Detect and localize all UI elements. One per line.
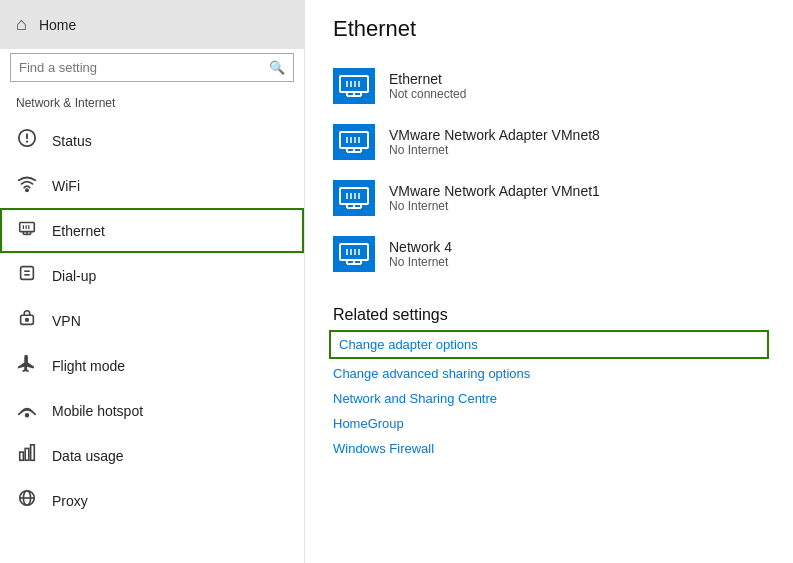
proxy-icon — [16, 488, 38, 513]
flight-icon — [16, 353, 38, 378]
change-adapter-options-link[interactable]: Change adapter options — [333, 334, 765, 355]
related-settings-title: Related settings — [333, 306, 765, 324]
adapter-status-vmnet8: No Internet — [389, 143, 600, 157]
adapter-icon-vmnet1 — [333, 180, 375, 216]
network-sharing-centre-link[interactable]: Network and Sharing Centre — [333, 388, 765, 409]
adapter-icon-vmnet8 — [333, 124, 375, 160]
sidebar-item-flight-label: Flight mode — [52, 358, 125, 374]
svg-rect-20 — [31, 445, 35, 460]
adapter-item-ethernet[interactable]: Ethernet Not connected — [333, 58, 765, 114]
data-icon — [16, 443, 38, 468]
svg-point-2 — [26, 141, 28, 143]
sidebar-item-hotspot-label: Mobile hotspot — [52, 403, 143, 419]
sidebar-item-wifi-label: WiFi — [52, 178, 80, 194]
adapter-status-vmnet1: No Internet — [389, 199, 600, 213]
sidebar-item-vpn[interactable]: VPN — [0, 298, 304, 343]
adapter-item-vmnet8[interactable]: VMware Network Adapter VMnet8 No Interne… — [333, 114, 765, 170]
sidebar-item-wifi[interactable]: WiFi — [0, 163, 304, 208]
adapter-name-network4: Network 4 — [389, 239, 452, 255]
svg-point-3 — [26, 189, 28, 191]
status-icon — [16, 128, 38, 153]
adapter-info-vmnet1: VMware Network Adapter VMnet1 No Interne… — [389, 183, 600, 213]
sidebar-item-proxy-label: Proxy — [52, 493, 88, 509]
svg-rect-51 — [340, 244, 368, 260]
page-title: Ethernet — [333, 16, 765, 42]
sidebar-item-status[interactable]: Status — [0, 118, 304, 163]
sidebar-item-flight[interactable]: Flight mode — [0, 343, 304, 388]
adapter-list: Ethernet Not connected — [333, 58, 765, 282]
search-icon: 🔍 — [269, 60, 285, 75]
sidebar-item-ethernet-label: Ethernet — [52, 223, 105, 239]
sidebar-item-status-label: Status — [52, 133, 92, 149]
home-icon: ⌂ — [16, 14, 27, 35]
svg-rect-33 — [340, 132, 368, 148]
adapter-info-ethernet: Ethernet Not connected — [389, 71, 466, 101]
svg-rect-42 — [340, 188, 368, 204]
sidebar: ⌂ Home 🔍 Network & Internet Status WiFi — [0, 0, 305, 563]
adapter-icon-ethernet — [333, 68, 375, 104]
svg-rect-19 — [25, 448, 29, 460]
adapter-name-vmnet8: VMware Network Adapter VMnet8 — [389, 127, 600, 143]
sidebar-item-dialup[interactable]: Dial-up — [0, 253, 304, 298]
svg-rect-24 — [340, 76, 368, 92]
dialup-icon — [16, 263, 38, 288]
vpn-icon — [16, 308, 38, 333]
adapter-name: Ethernet — [389, 71, 466, 87]
section-title: Network & Internet — [0, 92, 304, 118]
svg-rect-12 — [21, 267, 34, 280]
sidebar-item-data[interactable]: Data usage — [0, 433, 304, 478]
related-links: Change adapter options Change advanced s… — [333, 334, 765, 459]
sidebar-item-hotspot[interactable]: Mobile hotspot — [0, 388, 304, 433]
sidebar-item-dialup-label: Dial-up — [52, 268, 96, 284]
ethernet-icon — [16, 218, 38, 243]
change-advanced-sharing-link[interactable]: Change advanced sharing options — [333, 363, 765, 384]
adapter-item-vmnet1[interactable]: VMware Network Adapter VMnet1 No Interne… — [333, 170, 765, 226]
homegroup-link[interactable]: HomeGroup — [333, 413, 765, 434]
adapter-name-vmnet1: VMware Network Adapter VMnet1 — [389, 183, 600, 199]
wifi-icon — [16, 173, 38, 198]
adapter-info-network4: Network 4 No Internet — [389, 239, 452, 269]
adapter-status: Not connected — [389, 87, 466, 101]
home-item[interactable]: ⌂ Home — [0, 0, 304, 49]
adapter-info-vmnet8: VMware Network Adapter VMnet8 No Interne… — [389, 127, 600, 157]
sidebar-item-ethernet[interactable]: Ethernet — [0, 208, 304, 253]
adapter-status-network4: No Internet — [389, 255, 452, 269]
hotspot-icon — [16, 398, 38, 423]
svg-point-17 — [26, 414, 29, 417]
windows-firewall-link[interactable]: Windows Firewall — [333, 438, 765, 459]
adapter-icon-network4 — [333, 236, 375, 272]
main-content: Ethernet Ethernet Not connected — [305, 0, 793, 563]
svg-rect-4 — [20, 223, 35, 232]
search-input[interactable] — [19, 60, 269, 75]
sidebar-item-data-label: Data usage — [52, 448, 124, 464]
sidebar-item-proxy[interactable]: Proxy — [0, 478, 304, 523]
adapter-item-network4[interactable]: Network 4 No Internet — [333, 226, 765, 282]
svg-rect-18 — [20, 452, 24, 460]
svg-point-16 — [26, 318, 29, 321]
home-label: Home — [39, 17, 76, 33]
search-box[interactable]: 🔍 — [10, 53, 294, 82]
sidebar-item-vpn-label: VPN — [52, 313, 81, 329]
